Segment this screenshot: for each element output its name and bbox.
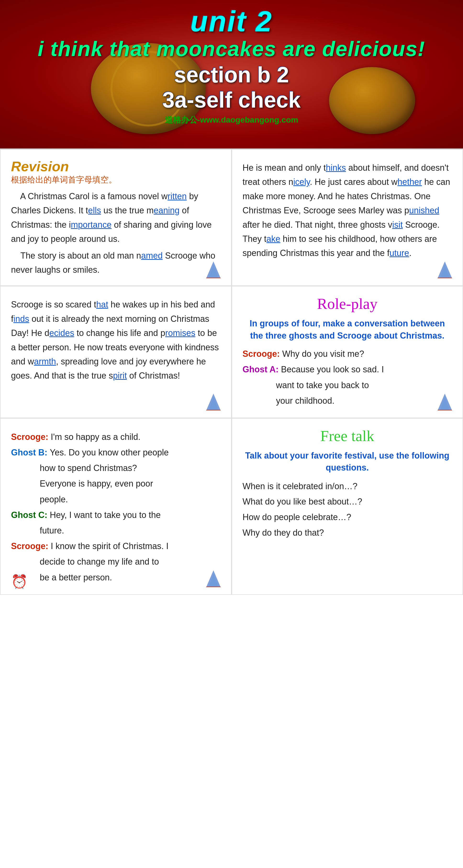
arrow-svg-5 [206, 570, 221, 587]
question-2: What do you like best about…? [243, 494, 452, 509]
blank-punished: unished [409, 206, 439, 215]
dialog-ghost-b-1: Ghost B: Yes. Do you know other people [11, 445, 221, 460]
dialog-ghost-a-3: your childhood. [243, 394, 452, 408]
dialog-ghost-a-2: want to take you back to [243, 378, 452, 393]
dialog-ghost-a-1: Ghost A: Because you look so sad. I [243, 362, 452, 377]
hero-section: unit 2 i think that mooncakes are delici… [0, 0, 463, 149]
speaker-ghost-a-label-1: Ghost A: [243, 365, 281, 374]
dialog-ghost-b-4: people. [11, 492, 221, 507]
arrow-svg [206, 261, 221, 278]
blank-tells: ells [88, 206, 101, 215]
chart-arrow-icon-2 [438, 261, 452, 278]
role-play-instruction: In groups of four, make a conversation b… [243, 317, 452, 342]
right-top-cell: He is mean and only thinks about himself… [232, 149, 463, 286]
right-top-text: He is mean and only thinks about himself… [243, 161, 452, 260]
blank-thinks: hinks [326, 163, 346, 173]
question-3: How do people celebrate…? [243, 509, 452, 525]
blank-importance: mportance [71, 220, 111, 229]
dialog-scrooge-5: be a better person. [11, 570, 221, 585]
dialog-scrooge-2: Scrooge: I'm so happy as a child. [11, 430, 221, 444]
blank-visit: isit [392, 220, 403, 229]
content-grid: Revision 根据给出的单词首字母填空。 A Christmas Carol… [0, 149, 463, 595]
bottom-left-cell: Scrooge: I'm so happy as a child. Ghost … [0, 418, 232, 595]
dialog-ghost-b-2: how to spend Christmas? [11, 461, 221, 475]
role-play-cell: Role-play In groups of four, make a conv… [232, 286, 463, 418]
blank-spirit: pirit [113, 371, 127, 380]
chart-arrow-icon-3 [206, 394, 221, 410]
free-talk-questions: When is it celebrated in/on…? What do yo… [243, 479, 452, 541]
role-play-dialog: Scrooge: Why do you visit me? Ghost A: B… [243, 346, 452, 408]
section-title: section b 2 3a-self check [162, 62, 301, 113]
revision-instruction: 根据给出的单词首字母填空。 [11, 174, 221, 185]
mooncake-right [329, 67, 415, 134]
blank-take: ake [267, 234, 280, 244]
speaker-scrooge-label-1: Scrooge: [243, 349, 283, 359]
middle-left-text: Scrooge is so scared that he wakes up in… [11, 298, 221, 383]
website-label: 道格办公-www.daogebangong.com [165, 115, 298, 125]
free-talk-title: Free talk [243, 427, 452, 445]
dialog-ghost-c-2: future. [11, 523, 221, 538]
blank-warmth: armth [34, 356, 56, 366]
revision-title: Revision [11, 158, 221, 174]
dialog-ghost-c-1: Ghost C: Hey, I want to take you to the [11, 508, 221, 522]
revision-paragraph1: A Christmas Carol is a famous novel writ… [11, 189, 221, 246]
question-1: When is it celebrated in/on…? [243, 479, 452, 494]
free-talk-cell: Free talk Talk about your favorite festi… [232, 418, 463, 595]
speaker-ghost-c-1: Ghost C: [11, 510, 50, 520]
blank-whether: hether [397, 177, 422, 187]
question-4: Why do they do that? [243, 525, 452, 541]
blank-written: ritten [167, 191, 187, 201]
role-play-title: Role-play [243, 295, 452, 313]
chart-arrow-icon-4 [438, 394, 452, 410]
middle-left-cell: Scrooge is so scared that he wakes up in… [0, 286, 232, 418]
blank-decides: ecides [49, 328, 74, 338]
dialog-scrooge-1: Scrooge: Why do you visit me? [243, 346, 452, 361]
chart-arrow-icon-5 [206, 570, 221, 587]
arrow-svg-2 [438, 261, 452, 278]
hero-subtitle: i think that mooncakes are delicious! [28, 38, 435, 60]
chart-arrow-icon [206, 261, 221, 278]
speaker-ghost-b-1: Ghost B: [11, 447, 50, 457]
blank-nicely: icely [293, 177, 310, 187]
revision-cell: Revision 根据给出的单词首字母填空。 A Christmas Carol… [0, 149, 232, 286]
bottom-dialog: Scrooge: I'm so happy as a child. Ghost … [11, 430, 221, 585]
dialog-scrooge-3: Scrooge: I know the spirit of Christmas.… [11, 539, 221, 553]
unit-title: unit 2 [191, 5, 273, 38]
speaker-scrooge-2: Scrooge: [11, 432, 51, 442]
arrow-svg-4 [438, 394, 452, 410]
blank-promises: romises [165, 328, 195, 338]
blank-future: uture [390, 248, 409, 258]
blank-that: hat [96, 300, 108, 309]
blank-finds: inds [13, 314, 29, 324]
clock-icon: ⏰ [11, 574, 28, 590]
blank-named: amed [141, 251, 163, 260]
dialog-ghost-b-3: Everyone is happy, even poor [11, 476, 221, 491]
revision-paragraph2: The story is about an old man named Scro… [11, 249, 221, 277]
blank-meaning: eaning [154, 206, 179, 215]
speaker-scrooge-3: Scrooge: [11, 541, 51, 551]
free-talk-instruction: Talk about your favorite festival, use t… [243, 450, 452, 474]
dialog-scrooge-4: decide to change my life and to [11, 554, 221, 569]
arrow-svg-3 [206, 394, 221, 410]
